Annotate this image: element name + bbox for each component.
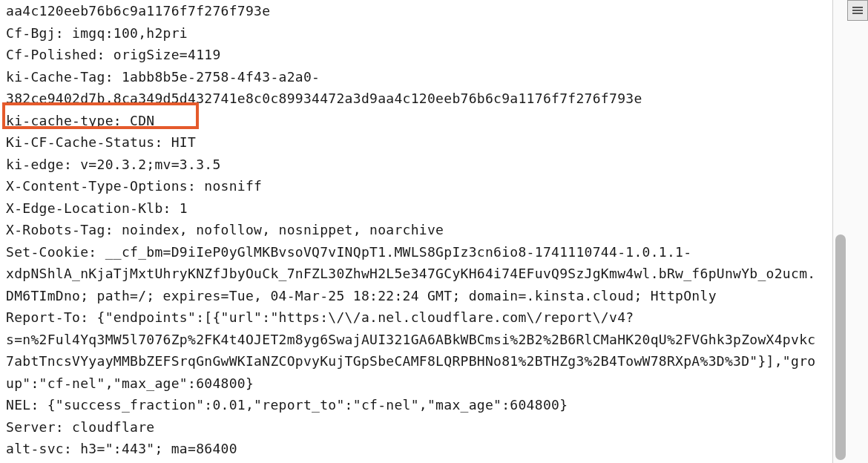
header-alt-svc: alt-svc: h3=":443"; ma=86400 — [6, 441, 237, 456]
svg-rect-1 — [852, 10, 863, 11]
header-ki-cf-cache-status: Ki-CF-Cache-Status: HIT — [6, 134, 196, 150]
header-server: Server: cloudflare — [6, 419, 154, 435]
header-ki-cache-tag: ki-Cache-Tag: 1abb8b5e-2758-4f43-a2a0-38… — [6, 69, 642, 107]
response-headers-text[interactable]: aa4c120eeb76b6c9a1176f7f276f793e Cf-Bgj:… — [0, 0, 826, 463]
header-cf-polished: Cf-Polished: origSize=4119 — [6, 47, 221, 62]
header-nel: NEL: {"success_fraction":0.01,"report_to… — [6, 397, 568, 413]
header-ki-cache-type: ki-cache-type: CDN — [6, 113, 154, 128]
header-x-content-type-options: X-Content-Type-Options: nosniff — [6, 178, 262, 194]
header-set-cookie: Set-Cookie: __cf_bm=D9iIeP0yGlMKBvsoVQ7v… — [6, 244, 815, 303]
scrollbar-thumb[interactable] — [835, 234, 846, 460]
header-line: aa4c120eeb76b6c9a1176f7f276f793e — [6, 3, 270, 19]
svg-rect-0 — [852, 7, 863, 8]
line-wrap-toggle-icon[interactable] — [847, 0, 868, 21]
header-report-to: Report-To: {"endpoints":[{"url":"https:\… — [6, 309, 815, 391]
header-cf-bgj: Cf-Bgj: imgq:100,h2pri — [6, 25, 188, 41]
svg-rect-2 — [852, 13, 863, 14]
header-ki-edge: ki-edge: v=20.3.2;mv=3.3.5 — [6, 157, 221, 172]
header-x-robots-tag: X-Robots-Tag: noindex, nofollow, nosnipp… — [6, 222, 444, 237]
header-x-edge-location-klb: X-Edge-Location-Klb: 1 — [6, 200, 188, 216]
scrollbar-track[interactable] — [832, 0, 868, 463]
